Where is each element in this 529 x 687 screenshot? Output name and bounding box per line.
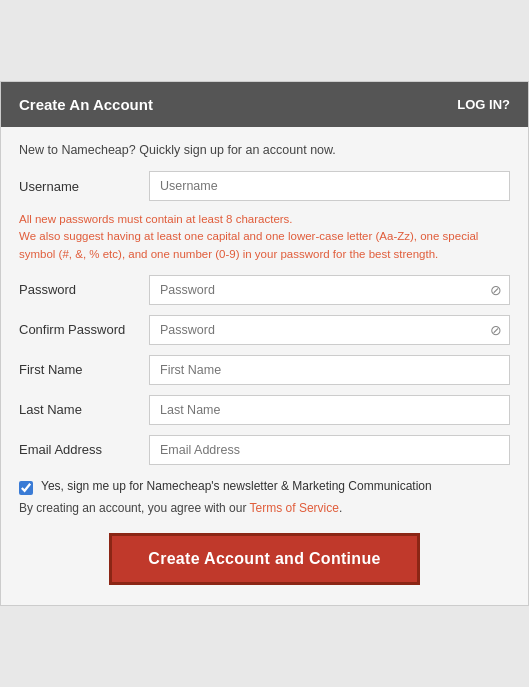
tos-link[interactable]: Terms of Service xyxy=(250,501,339,515)
email-input-wrap xyxy=(149,435,510,465)
confirm-password-input-wrap: ⊘ xyxy=(149,315,510,345)
last-name-input[interactable] xyxy=(149,395,510,425)
username-input[interactable] xyxy=(149,171,510,201)
password-row: Password ⊘ xyxy=(19,275,510,305)
newsletter-label: Yes, sign me up for Namecheap's newslett… xyxy=(41,479,432,493)
password-input[interactable] xyxy=(149,275,510,305)
password-input-wrap: ⊘ xyxy=(149,275,510,305)
username-input-wrap xyxy=(149,171,510,201)
create-account-card: Create An Account LOG IN? New to Nameche… xyxy=(0,81,529,606)
first-name-input-wrap xyxy=(149,355,510,385)
confirm-password-row: Confirm Password ⊘ xyxy=(19,315,510,345)
submit-wrap: Create Account and Continue xyxy=(19,533,510,585)
email-label: Email Address xyxy=(19,442,149,457)
first-name-label: First Name xyxy=(19,362,149,377)
login-link[interactable]: LOG IN? xyxy=(457,97,510,112)
password-hint: All new passwords must contain at least … xyxy=(19,211,510,263)
tos-text: By creating an account, you agree with o… xyxy=(19,501,510,515)
newsletter-checkbox[interactable] xyxy=(19,481,33,495)
last-name-label: Last Name xyxy=(19,402,149,417)
card-header: Create An Account LOG IN? xyxy=(1,82,528,127)
email-input[interactable] xyxy=(149,435,510,465)
header-title: Create An Account xyxy=(19,96,153,113)
username-row: Username xyxy=(19,171,510,201)
confirm-password-label: Confirm Password xyxy=(19,322,149,337)
newsletter-row: Yes, sign me up for Namecheap's newslett… xyxy=(19,479,510,495)
first-name-input[interactable] xyxy=(149,355,510,385)
create-account-button[interactable]: Create Account and Continue xyxy=(109,533,419,585)
intro-text: New to Namecheap? Quickly sign up for an… xyxy=(19,143,510,157)
last-name-row: Last Name xyxy=(19,395,510,425)
email-row: Email Address xyxy=(19,435,510,465)
confirm-password-input[interactable] xyxy=(149,315,510,345)
password-label: Password xyxy=(19,282,149,297)
username-label: Username xyxy=(19,179,149,194)
card-body: New to Namecheap? Quickly sign up for an… xyxy=(1,127,528,605)
first-name-row: First Name xyxy=(19,355,510,385)
last-name-input-wrap xyxy=(149,395,510,425)
